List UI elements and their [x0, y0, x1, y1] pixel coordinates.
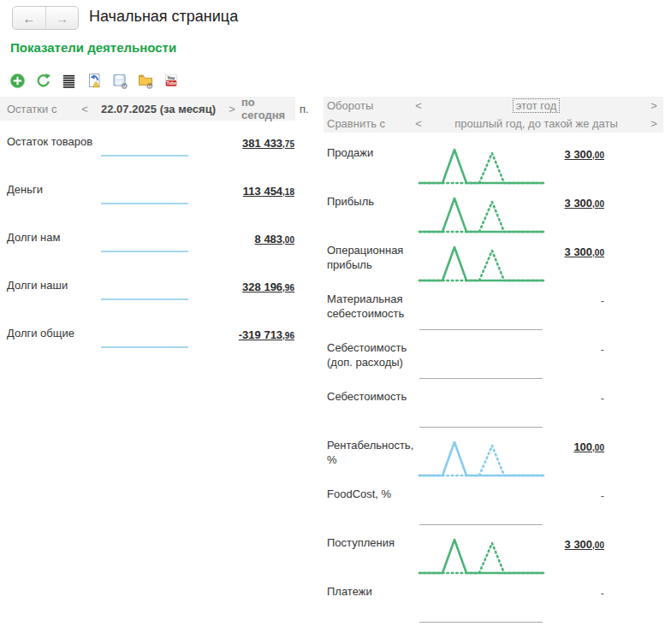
sparkline[interactable]: [101, 298, 188, 301]
flat-sparkline: [101, 346, 188, 348]
compare-period-next-button[interactable]: >: [644, 117, 663, 130]
youtube-icon[interactable]: You Tube: [163, 72, 180, 89]
indicator-value[interactable]: 3 300,00: [546, 535, 665, 552]
history-nav: ← →: [12, 6, 79, 30]
refresh-icon[interactable]: [34, 72, 51, 89]
value-integer[interactable]: 113 454: [243, 185, 282, 198]
indicator-row: Материальная себестоимость -: [327, 292, 665, 340]
indicator-label: Продажи: [327, 145, 418, 161]
left-rows: Остаток товаров 381 433,75 Деньги 113 45…: [0, 134, 321, 374]
sparkline: [418, 292, 546, 334]
indicator-value[interactable]: -319 713,96: [239, 327, 294, 342]
balances-header: Остатки с < 22.07.2025 (за месяц) > по с…: [0, 97, 321, 121]
sparkline[interactable]: [418, 243, 546, 286]
value-decimals[interactable]: ,00: [592, 443, 604, 452]
sparkline[interactable]: [101, 251, 188, 253]
toolbar: ⚙ ⚙ You Tube: [9, 72, 180, 89]
indicator-columns: Остатки с < 22.07.2025 (за месяц) > по с…: [0, 97, 665, 633]
add-icon[interactable]: [9, 72, 26, 89]
flat-baseline: [419, 622, 543, 623]
indicator-label: Прибыль: [327, 194, 418, 210]
value-decimals[interactable]: ,18: [282, 187, 294, 197]
compare-period-prev-button[interactable]: <: [409, 117, 428, 130]
value-integer[interactable]: 8 483: [255, 233, 283, 245]
value-decimals[interactable]: ,00: [592, 151, 604, 160]
indicator-row: Операционная прибыль 3 300,00: [327, 243, 665, 292]
period-to-today[interactable]: по сегодня: [241, 97, 295, 121]
indicator-row: Продажи 3 300,00: [327, 145, 665, 194]
sparkline[interactable]: [101, 155, 188, 157]
value-decimals[interactable]: ,75: [282, 139, 294, 149]
indicator-row: FoodCost, % -: [327, 487, 665, 535]
forward-button[interactable]: →: [45, 7, 78, 29]
sparkline[interactable]: [418, 194, 546, 237]
value-decimals[interactable]: ,96: [282, 283, 294, 292]
flat-sparkline: [101, 298, 188, 300]
value-integer[interactable]: -319 713: [239, 328, 282, 341]
value-decimals[interactable]: ,00: [592, 248, 604, 257]
page-title: Начальная страница: [89, 8, 238, 26]
value-integer[interactable]: 3 300: [565, 538, 593, 551]
indicator-value[interactable]: 3 300,00: [546, 145, 665, 162]
sparkline[interactable]: [418, 535, 546, 578]
value-integer[interactable]: -: [601, 587, 604, 600]
period-prev-button[interactable]: <: [75, 97, 94, 121]
svg-text:⚙: ⚙: [121, 81, 128, 90]
value-integer[interactable]: 3 300: [565, 148, 593, 161]
flat-baseline: [419, 427, 543, 428]
indicator-label: Платежи: [327, 584, 418, 600]
value-decimals[interactable]: ,00: [592, 199, 604, 209]
right-rows: Продажи 3 300,00 Прибыль 3 300,00 Операц…: [324, 145, 665, 633]
value-integer[interactable]: 100: [573, 440, 592, 453]
turnover-period-selector[interactable]: этот год: [513, 98, 561, 113]
indicator-row: Деньги 113 454,18: [7, 182, 321, 230]
value-integer[interactable]: -: [601, 294, 604, 307]
sparkline: [418, 487, 546, 529]
indicator-label: Операционная прибыль: [327, 243, 418, 273]
indicator-value[interactable]: 8 483,00: [255, 231, 294, 246]
value-integer[interactable]: 381 433: [242, 137, 282, 150]
svg-text:You: You: [167, 76, 175, 80]
indicator-value: -: [546, 389, 665, 405]
indicator-value[interactable]: 328 196,96: [242, 279, 294, 294]
value-integer[interactable]: 328 196: [242, 281, 282, 293]
value-integer[interactable]: -: [601, 343, 604, 356]
value-decimals[interactable]: ,00: [282, 235, 294, 245]
back-button[interactable]: ←: [13, 7, 45, 29]
period-next-button[interactable]: >: [223, 97, 241, 121]
period-selector[interactable]: 22.07.2025 (за месяц): [94, 97, 223, 121]
section-title: Показатели деятельности: [10, 40, 176, 55]
turnover-header: Обороты < этот год > Сравнить с < прошлы…: [324, 97, 663, 133]
sparkline: [418, 340, 546, 383]
folder-settings-icon[interactable]: ⚙: [137, 72, 154, 89]
indicator-value[interactable]: 381 433,75: [242, 135, 294, 151]
value-integer[interactable]: -: [601, 489, 604, 502]
indicator-row: Платежи -: [327, 584, 665, 633]
sparkline[interactable]: [101, 203, 188, 205]
sparkline: [418, 584, 546, 627]
turnover-period-next-button[interactable]: >: [644, 99, 663, 112]
list-icon[interactable]: [60, 72, 77, 89]
flat-sparkline: [101, 251, 188, 252]
sparkline[interactable]: [418, 438, 546, 481]
compare-period-selector[interactable]: прошлый год, до такой же даты: [454, 117, 618, 130]
value-integer[interactable]: 3 300: [565, 197, 593, 210]
turnover-period-prev-button[interactable]: <: [409, 99, 428, 112]
sparkline[interactable]: [101, 346, 188, 349]
indicator-value: -: [546, 292, 665, 308]
indicator-value: -: [546, 340, 665, 357]
save-settings-icon[interactable]: ⚙: [111, 72, 128, 89]
flat-baseline: [419, 329, 543, 330]
sparkline[interactable]: [418, 145, 546, 188]
report-icon[interactable]: [86, 72, 103, 89]
flat-baseline: [419, 378, 543, 379]
value-decimals[interactable]: ,96: [282, 331, 294, 340]
value-decimals[interactable]: ,00: [592, 541, 604, 550]
value-integer[interactable]: 3 300: [565, 245, 593, 258]
value-integer[interactable]: -: [601, 392, 604, 405]
indicator-value[interactable]: 100,00: [546, 438, 665, 454]
indicator-value[interactable]: 3 300,00: [546, 243, 665, 259]
indicator-value[interactable]: 3 300,00: [546, 194, 665, 210]
indicator-value[interactable]: 113 454,18: [243, 183, 294, 198]
indicator-row: Себестоимость (доп. расходы) -: [327, 340, 665, 389]
